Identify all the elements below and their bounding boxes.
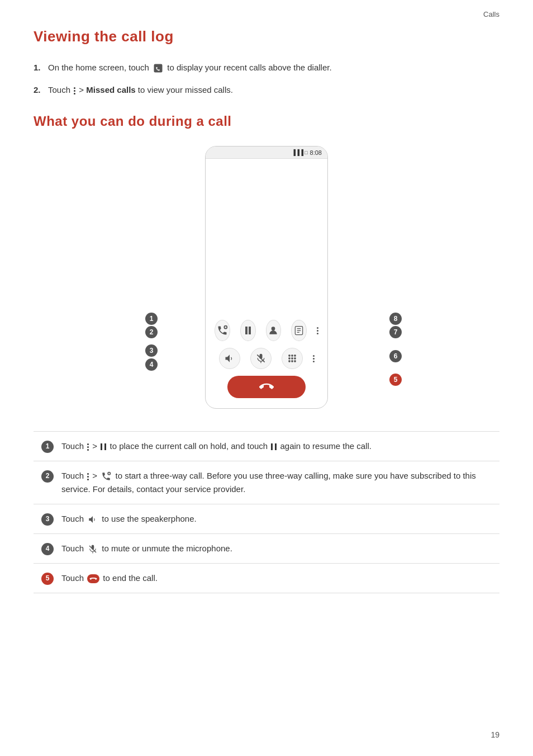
- desc-item-4: 4 Touch to mute or unmute the microphone…: [34, 533, 499, 563]
- step-1-num: 1.: [34, 61, 48, 74]
- speaker-icon-desc3: [87, 514, 98, 525]
- bubble-7: 7: [389, 326, 402, 338]
- status-time: 8:08: [310, 149, 322, 156]
- menu-dots-desc1: [87, 443, 89, 451]
- menu-dots-icon: [74, 87, 75, 94]
- phone-diagram: ▐▐▐ □ 8:08: [34, 146, 499, 420]
- mute-icon-desc4: [87, 544, 98, 554]
- pause-icon-desc1b: [271, 443, 277, 450]
- desc-num-5: 5: [34, 571, 61, 585]
- svg-rect-13: [288, 355, 290, 356]
- phone-btn-contact: [266, 320, 282, 341]
- annotation-4: 4: [145, 358, 158, 371]
- step-1: 1. On the home screen, touch to display …: [34, 61, 499, 74]
- annotation-2: 2: [145, 326, 158, 338]
- section1-title: Viewing the call log: [34, 28, 499, 45]
- annotation-8: 8: [389, 313, 402, 325]
- bubble-5: 5: [389, 374, 402, 386]
- phone-status-bar: ▐▐▐ □ 8:08: [206, 147, 327, 159]
- phone-btn-hold: [240, 320, 256, 341]
- bubble-4: 4: [145, 358, 158, 371]
- annotation-5: 5: [389, 374, 402, 386]
- svg-marker-9: [225, 355, 230, 362]
- phone-btn-keypad: [282, 348, 303, 369]
- svg-rect-15: [294, 355, 296, 356]
- page-label: Calls: [483, 10, 499, 18]
- phone-btn-notes: [291, 320, 307, 341]
- svg-rect-21: [294, 360, 296, 362]
- page-number: 19: [491, 730, 499, 739]
- svg-rect-16: [288, 357, 290, 359]
- bubble-6: 6: [389, 350, 402, 362]
- phone-row1: [206, 315, 327, 346]
- step-2-text: Touch > Missed calls to view your missed…: [48, 83, 499, 97]
- annotation-1: 1: [145, 313, 158, 325]
- bubble-desc-2: 2: [41, 470, 54, 483]
- phone-btn-speaker: [219, 348, 240, 369]
- bubble-1: 1: [145, 313, 158, 325]
- svg-point-4: [272, 327, 275, 330]
- svg-marker-25: [89, 516, 93, 523]
- svg-rect-19: [288, 360, 290, 362]
- desc-text-2: Touch > to start a three-way call. Befor…: [61, 469, 499, 496]
- phone-screen: [206, 159, 327, 315]
- desc-text-4: Touch to mute or unmute the microphone.: [61, 542, 499, 555]
- desc-text-1: Touch > to place the current call on hol…: [61, 440, 499, 453]
- phone-btn-mute: [250, 348, 272, 369]
- phone-mockup: ▐▐▐ □ 8:08: [205, 146, 328, 409]
- hold-icon-phone: [245, 327, 251, 334]
- phone-btn-add-call: [215, 320, 230, 341]
- desc-num-3: 3: [34, 512, 61, 526]
- desc-num-2: 2: [34, 469, 61, 483]
- step-list-1: 1. On the home screen, touch to display …: [34, 61, 499, 97]
- phone-menu-btn: [317, 326, 318, 336]
- phone-end-row: [206, 371, 327, 403]
- bubble-desc-4: 4: [41, 543, 54, 555]
- desc-text-3: Touch to use the speakerphone.: [61, 512, 499, 526]
- desc-num-4: 4: [34, 542, 61, 555]
- desc-item-1: 1 Touch > to place the current call on h…: [34, 431, 499, 461]
- bubble-2: 2: [145, 326, 158, 338]
- bubble-8: 8: [389, 313, 402, 325]
- bubble-desc-1: 1: [41, 441, 54, 453]
- annotation-7: 7: [389, 326, 402, 338]
- pause-icon-desc1: [101, 443, 106, 450]
- section2-title: What you can do during a call: [34, 114, 499, 129]
- end-call-icon-desc5: [87, 574, 99, 583]
- svg-rect-0: [154, 64, 163, 73]
- svg-rect-17: [291, 357, 293, 359]
- annotation-3: 3: [145, 344, 158, 357]
- bubble-3: 3: [145, 344, 158, 357]
- svg-rect-14: [291, 355, 293, 356]
- step-1-text: On the home screen, touch to display you…: [48, 61, 499, 74]
- desc-num-1: 1: [34, 440, 61, 453]
- desc-item-2: 2 Touch > to start a three-way call. Bef…: [34, 461, 499, 504]
- desc-item-3: 3 Touch to use the speakerphone.: [34, 504, 499, 533]
- phone-row2-menu: [313, 354, 315, 363]
- svg-rect-18: [294, 357, 296, 359]
- step-2-num: 2.: [34, 83, 48, 97]
- desc-item-5: 5 Touch to end the call.: [34, 563, 499, 593]
- phone-icon: [153, 63, 163, 73]
- desc-text-5: Touch to end the call.: [61, 571, 499, 585]
- bubble-desc-5: 5: [41, 573, 54, 585]
- section-label: Calls: [483, 10, 499, 18]
- phone-add-icon-desc2: [101, 471, 112, 481]
- phone-row2: [206, 346, 327, 371]
- svg-rect-20: [291, 360, 293, 362]
- description-list: 1 Touch > to place the current call on h…: [34, 431, 499, 593]
- menu-dots-desc2: [87, 473, 89, 480]
- end-call-btn-phone: [227, 376, 306, 398]
- bubble-desc-3: 3: [41, 513, 54, 526]
- annotation-6: 6: [389, 350, 402, 362]
- step-2: 2. Touch > Missed calls to view your mis…: [34, 83, 499, 97]
